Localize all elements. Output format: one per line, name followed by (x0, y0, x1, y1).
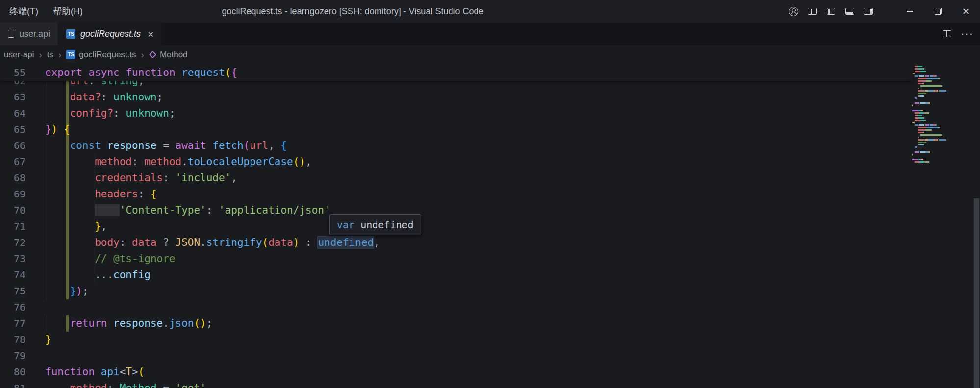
vscode-window: 终端(T) 帮助(H) gocliRequest.ts - learngozer… (0, 0, 980, 388)
code-token: : (206, 204, 219, 216)
minimap-row (912, 161, 957, 164)
hover-tooltip: var undefined (329, 214, 421, 235)
line-number: 75 (0, 283, 45, 299)
code-token: return (45, 317, 107, 329)
line-number: 65 (0, 121, 45, 138)
line-number: 69 (0, 186, 45, 202)
code-token: headers (45, 188, 138, 200)
toggle-sidebar-left-icon[interactable] (827, 8, 835, 15)
code-token: body (45, 237, 120, 248)
code-token: ) (51, 123, 58, 135)
account-icon[interactable] (789, 7, 798, 16)
sticky-code: export async function request({ (45, 64, 237, 81)
code-token: 'get' (176, 382, 206, 388)
code-token: } (70, 285, 76, 297)
toggle-panel-icon[interactable] (845, 8, 854, 15)
code-line[interactable]: 74 ...config (0, 267, 380, 283)
code-token: data (132, 237, 157, 248)
typescript-icon: TS (66, 29, 75, 39)
code-token: unknown (113, 91, 157, 103)
code-token: // @ts-ignore (45, 253, 176, 265)
breadcrumb-file[interactable]: TS gocliRequest.ts (66, 50, 136, 60)
code-line[interactable]: 65}) { (0, 121, 380, 138)
code-line[interactable]: 68 credentials: 'include', (0, 170, 380, 186)
window-title: gocliRequest.ts - learngozero [SSH: domi… (0, 0, 705, 23)
code-line[interactable]: 75 }); (0, 283, 380, 299)
code-token: () (293, 156, 305, 168)
close-icon: × (962, 5, 969, 17)
breadcrumb-file-label: gocliRequest.ts (79, 50, 136, 60)
code-token: ; (169, 107, 176, 119)
code-token: const (45, 140, 101, 151)
code-token: = (157, 382, 176, 388)
code-token: { (231, 67, 237, 78)
tab-user-api[interactable]: user.api (0, 23, 58, 45)
vertical-scrollbar (973, 64, 980, 388)
minimize-button[interactable] (896, 0, 924, 23)
code-line[interactable]: 64 config?: unknown; (0, 105, 380, 121)
code-token: 'include' (176, 172, 231, 184)
code-line[interactable]: 79 (0, 348, 380, 364)
code-area: 62 url: string;63 data?: unknown;64 conf… (0, 73, 380, 388)
code-line[interactable]: 72 body: data ? JSON.stringify(data) : u… (0, 235, 380, 251)
code-token: function (45, 366, 95, 378)
code-token: ( (138, 366, 145, 378)
code-token: fetch (206, 140, 244, 151)
sticky-scroll-line[interactable]: 55 export async function request({ (0, 64, 913, 81)
scrollbar-thumb[interactable] (974, 198, 979, 388)
code-token: undefined (360, 219, 413, 231)
code-token: unknown (126, 107, 169, 119)
tab-goclirequest[interactable]: TS gocliRequest.ts × (58, 23, 162, 45)
code-line[interactable]: 77 return response.json(); (0, 315, 380, 332)
code-line[interactable]: 73 // @ts-ignore (0, 251, 380, 267)
line-number: 77 (0, 315, 45, 332)
tab-close-icon[interactable]: × (148, 29, 153, 39)
code-token: ; (206, 317, 213, 329)
sticky-scroll: 55 export async function request({ (0, 64, 913, 81)
code-text: }, (45, 218, 107, 235)
symbol-method-icon (149, 51, 157, 59)
code-line[interactable]: 78} (0, 332, 380, 348)
customize-layout-icon[interactable] (808, 8, 817, 15)
split-editor-icon[interactable] (943, 30, 951, 37)
code-line[interactable]: 70 'Content-Type': 'application/json' (0, 202, 380, 218)
breadcrumb-folder[interactable]: user-api (4, 50, 34, 60)
line-number: 73 (0, 251, 45, 267)
code-line[interactable]: 63 data?: unknown; (0, 89, 380, 105)
code-token: ; (157, 91, 163, 103)
breadcrumb: user-api › ts › TS gocliRequest.ts › Met… (0, 45, 980, 64)
restore-button[interactable] (924, 0, 952, 23)
code-token: > (132, 366, 138, 378)
line-number: 76 (0, 299, 45, 315)
code-line[interactable]: 76 (0, 299, 380, 315)
code-line[interactable]: 67 method: method.toLocaleUpperCase(), (0, 154, 380, 170)
editor[interactable]: 62 url: string;63 data?: unknown;64 conf… (0, 64, 980, 388)
chevron-right-icon: › (141, 49, 144, 60)
code-line[interactable]: 66 const response = await fetch(url, { (0, 138, 380, 154)
typescript-icon: TS (66, 50, 75, 59)
title-bar: 终端(T) 帮助(H) gocliRequest.ts - learngozer… (0, 0, 980, 23)
more-actions-icon[interactable]: ··· (961, 28, 973, 39)
code-text: headers: { (45, 186, 157, 202)
line-number: 55 (0, 64, 45, 81)
code-token: . (200, 237, 206, 248)
minimize-icon (907, 11, 913, 12)
line-number: 81 (0, 380, 45, 388)
toggle-sidebar-right-icon[interactable] (864, 8, 873, 15)
tab-label: gocliRequest.ts (80, 29, 141, 39)
breadcrumb-symbol[interactable]: Method (149, 50, 188, 60)
code-token (45, 285, 70, 297)
breadcrumb-folder[interactable]: ts (47, 50, 53, 60)
line-number: 68 (0, 170, 45, 186)
code-line[interactable]: 69 headers: { (0, 186, 380, 202)
minimap[interactable] (912, 66, 957, 164)
code-text: method: method.toLocaleUpperCase(), (45, 154, 312, 170)
code-text: 'Content-Type': 'application/json' (45, 202, 330, 218)
code-token: : (132, 156, 144, 168)
code-line[interactable]: 71 }, (0, 218, 380, 235)
code-token (354, 219, 360, 231)
close-button[interactable]: × (952, 0, 980, 23)
code-line[interactable]: 80function api<T>( (0, 364, 380, 380)
tab-label: user.api (19, 29, 50, 39)
code-line[interactable]: 81 method: Method = 'get', (0, 380, 380, 388)
